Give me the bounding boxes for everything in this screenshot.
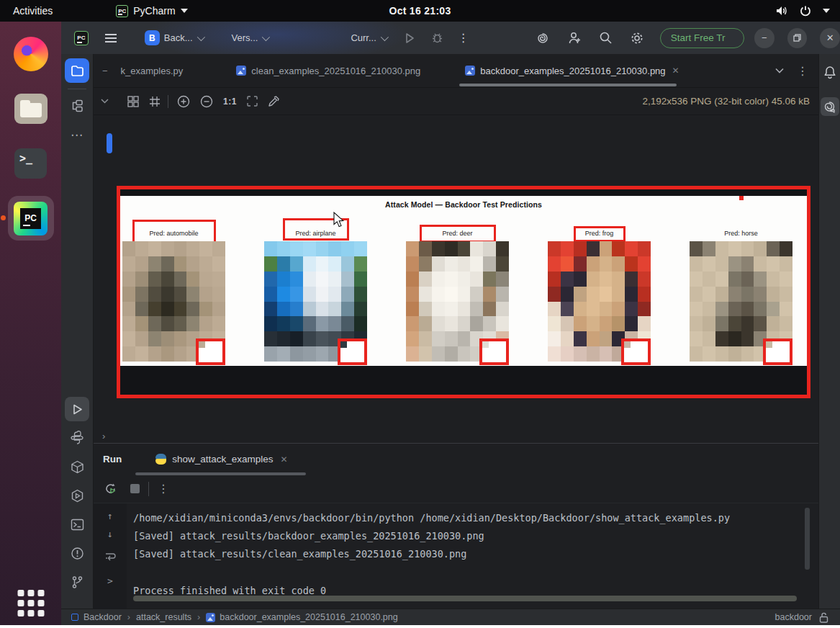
hide-tabs-icon[interactable]: − <box>102 66 108 76</box>
more-tool-windows-button[interactable]: ⋯ <box>65 122 89 147</box>
more-actions-button[interactable]: ⋮ <box>458 31 469 45</box>
close-button[interactable]: ✕ <box>820 28 840 48</box>
run-console[interactable]: ↑ ↓ > /home/xidian/miniconda3/envs/backd… <box>94 503 818 609</box>
ai-assistant-button[interactable] <box>536 31 550 45</box>
unlock-icon[interactable] <box>819 612 828 623</box>
main-menu-button[interactable] <box>104 33 117 43</box>
clock[interactable]: Oct 16 21:03 <box>389 5 451 17</box>
terminal-tool-button[interactable] <box>65 512 89 537</box>
git-branch-label[interactable]: backdoor <box>775 612 812 622</box>
scroll-up-icon[interactable]: ↑ <box>107 511 113 521</box>
image-info-label: 2,192x536 PNG (32-bit color) 45.06 kB <box>642 96 810 107</box>
annotation-box-trigger <box>196 338 225 365</box>
dock-files[interactable] <box>8 86 54 131</box>
ai-assistant-tool-button[interactable] <box>821 97 839 116</box>
breadcrumb-separator: › <box>127 612 130 622</box>
project-tool-button[interactable] <box>65 58 89 83</box>
power-icon[interactable] <box>800 5 811 17</box>
scroll-down-icon[interactable]: ↓ <box>107 529 113 539</box>
python-packages-button[interactable] <box>65 454 89 479</box>
commit-tool-button[interactable] <box>65 94 89 118</box>
chevron-down-icon <box>262 32 270 40</box>
bell-icon <box>823 66 836 79</box>
debug-button[interactable] <box>431 32 443 44</box>
prediction-label: Pred: airplane <box>264 230 367 237</box>
image-viewer-canvas[interactable]: › Attack Model — Backdoor Test Predictio… <box>94 115 818 443</box>
vcs-widget[interactable]: Vers... <box>232 32 268 43</box>
project-badge: B <box>145 30 160 45</box>
dock-pycharm[interactable]: PC <box>8 196 54 241</box>
problems-tool-button[interactable] <box>65 541 89 565</box>
notifications-button[interactable] <box>821 63 839 81</box>
run-tab[interactable]: show_attack_examples ✕ <box>155 454 287 465</box>
console-output[interactable]: /home/xidian/miniconda3/envs/backdoor/bi… <box>133 509 797 600</box>
annotation-box-trigger <box>479 338 509 365</box>
run-config-selector[interactable]: Curr... <box>351 32 386 43</box>
rerun-button[interactable] <box>104 482 117 495</box>
run-button[interactable] <box>404 32 415 44</box>
actual-size-button[interactable]: 1:1 <box>223 97 237 107</box>
figure-panel: Pred: horse <box>690 196 792 366</box>
package-icon <box>71 460 84 474</box>
git-branch-icon <box>71 575 84 589</box>
tab-k-examples[interactable]: k_examples.py <box>114 54 191 87</box>
vertical-scrollbar[interactable] <box>805 508 810 570</box>
python-console-button[interactable] <box>65 426 89 450</box>
volume-icon[interactable] <box>775 5 788 17</box>
soft-wrap-icon[interactable] <box>105 552 116 561</box>
close-icon[interactable]: ✕ <box>281 454 288 465</box>
scrollbar-thumb[interactable] <box>107 133 112 153</box>
fit-to-window-button[interactable] <box>247 96 258 107</box>
left-tool-stripe: ⋯ <box>61 54 94 609</box>
project-selector[interactable]: B Back... <box>145 30 203 45</box>
ai-swirl-icon <box>536 31 550 45</box>
minimize-button[interactable]: − <box>754 28 774 48</box>
collapse-chevron-icon[interactable] <box>101 99 109 104</box>
settings-button[interactable] <box>630 31 644 45</box>
run-tool-button[interactable] <box>65 397 89 421</box>
tab-backdoor-examples[interactable]: backdoor_examples_20251016_210030.png ✕ <box>458 54 686 87</box>
git-tool-button[interactable] <box>65 570 89 594</box>
close-icon[interactable]: ✕ <box>672 66 679 76</box>
pixel-grid-button[interactable] <box>149 96 161 107</box>
bug-icon <box>431 32 443 44</box>
status-bar: Backdoor › attack_results › backdoor_exa… <box>61 609 840 625</box>
pycharm-icon: PC <box>14 202 48 236</box>
tab-clean-examples[interactable]: clean_examples_20251016_210030.png <box>229 54 428 87</box>
search-everywhere-button[interactable] <box>599 31 613 45</box>
restore-button[interactable] <box>787 28 808 48</box>
trigger-patch <box>766 341 772 348</box>
firefox-icon <box>14 37 48 71</box>
activities-button[interactable]: Activities <box>13 5 53 17</box>
breadcrumb-folder[interactable]: attack_results <box>136 612 191 622</box>
system-tray[interactable] <box>775 5 830 17</box>
play-icon <box>404 32 415 44</box>
folder-icon <box>71 65 84 77</box>
commit-icon <box>70 99 84 113</box>
breadcrumb-project[interactable]: Backdoor <box>83 612 122 622</box>
console-line: /home/xidian/miniconda3/envs/backdoor/bi… <box>133 509 797 527</box>
desktop: Activities PC PyCharm Oct 16 21:03 >_ PC… <box>0 0 840 628</box>
horizontal-scrollbar[interactable] <box>133 596 797 601</box>
trigger-patch <box>199 341 205 348</box>
breadcrumb-toggle-icon[interactable]: › <box>102 431 105 441</box>
start-free-trial-button[interactable]: Start Free Tr <box>660 28 744 48</box>
color-picker-button[interactable] <box>268 96 279 107</box>
zoom-out-button[interactable] <box>200 95 213 108</box>
tab-options-button[interactable]: ⋮ <box>797 64 808 78</box>
show-applications-button[interactable] <box>17 590 44 616</box>
zoom-in-button[interactable] <box>177 95 190 108</box>
run-panel-title[interactable]: Run <box>103 454 122 465</box>
app-menu[interactable]: PC PyCharm <box>116 5 187 17</box>
stop-button[interactable] <box>130 484 140 493</box>
transparency-checkerboard-button[interactable] <box>127 96 139 107</box>
breadcrumb-file[interactable]: backdoor_examples_20251016_210030.png <box>220 612 397 622</box>
chevron-down-icon[interactable] <box>775 68 784 73</box>
code-with-me-button[interactable] <box>567 31 582 45</box>
dock-firefox[interactable] <box>8 32 54 76</box>
run-options-button[interactable]: ⋮ <box>158 482 169 495</box>
services-icon <box>71 489 84 503</box>
services-tool-button[interactable] <box>65 483 89 508</box>
dock-terminal[interactable]: >_ <box>8 141 54 186</box>
restore-icon <box>793 34 801 42</box>
